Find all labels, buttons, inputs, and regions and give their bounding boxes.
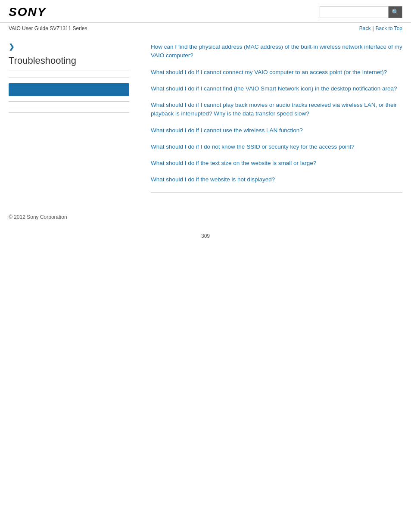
search-button[interactable]: 🔍: [389, 6, 402, 18]
footer: © 2012 Sony Corporation: [0, 205, 411, 224]
guide-title: VAIO User Guide SVZ1311 Series: [9, 25, 87, 31]
copyright-text: © 2012 Sony Corporation: [9, 214, 67, 220]
content-link[interactable]: What should I do if I cannot use the wir…: [151, 126, 402, 135]
sidebar-divider-4: [9, 112, 129, 113]
main-content: ❯ Troubleshooting How can I find the phy…: [0, 34, 411, 205]
content-link[interactable]: What should I do if I cannot find (the V…: [151, 84, 402, 93]
content-link[interactable]: What should I do if I do not know the SS…: [151, 143, 402, 151]
nav-bar: VAIO User Guide SVZ1311 Series Back | Ba…: [0, 23, 411, 34]
content-divider: [151, 192, 402, 193]
page-number: 309: [0, 224, 411, 248]
content-link[interactable]: What should I do if the website is not d…: [151, 175, 402, 184]
content-link[interactable]: What should I do if I cannot connect my …: [151, 68, 402, 77]
back-to-top-link[interactable]: Back to Top: [376, 25, 402, 31]
content-area: How can I find the physical address (MAC…: [138, 43, 402, 193]
sidebar-chevron-icon[interactable]: ❯: [9, 43, 129, 51]
nav-links: Back | Back to Top: [359, 25, 402, 31]
sony-logo: SONY: [9, 5, 46, 19]
sidebar-active-item[interactable]: [9, 83, 129, 96]
search-icon: 🔍: [392, 9, 399, 16]
sidebar: ❯ Troubleshooting: [9, 43, 138, 193]
nav-separator: |: [372, 25, 374, 31]
sidebar-divider-1: [9, 78, 129, 78]
sidebar-divider-2: [9, 101, 129, 102]
sidebar-section-title: Troubleshooting: [9, 55, 129, 71]
content-link[interactable]: What should I do if the text size on the…: [151, 159, 402, 168]
search-input[interactable]: [320, 6, 389, 18]
content-link[interactable]: How can I find the physical address (MAC…: [151, 43, 402, 60]
page-header: SONY 🔍: [0, 0, 411, 23]
back-link[interactable]: Back: [359, 25, 371, 31]
content-link[interactable]: What should I do if I cannot play back m…: [151, 101, 402, 118]
sidebar-divider-3: [9, 107, 129, 107]
search-box: 🔍: [320, 6, 402, 18]
